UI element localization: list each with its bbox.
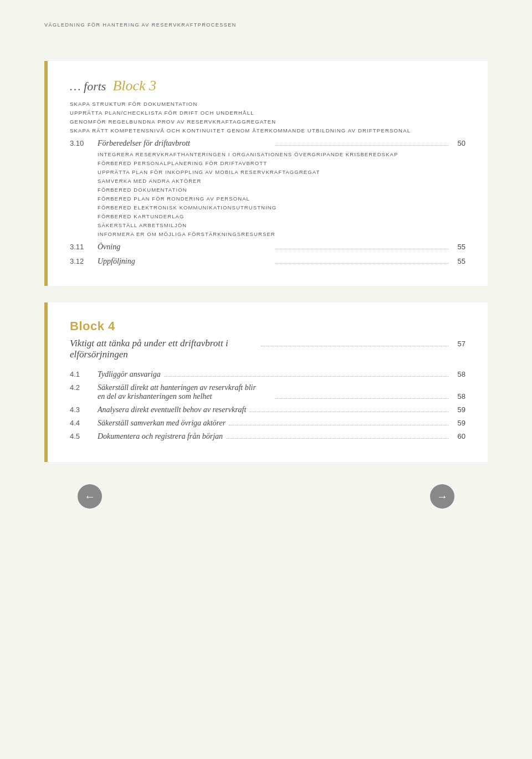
block4-subtitle-dots: [261, 346, 449, 346]
toc-page-311: 55: [452, 243, 466, 251]
toc-entry-45: 4.5 Dokumentera och registrera från börj…: [70, 432, 466, 441]
toc-page-41: 58: [452, 370, 466, 378]
page-header: VÄGLEDNING FÖR HANTERING AV RESERVKRAFTP…: [44, 22, 488, 28]
toc-num-43: 4.3: [70, 406, 98, 414]
toc-num-41: 4.1: [70, 370, 98, 378]
toc-label-41: Tydliggör ansvariga: [98, 370, 161, 379]
block3-subtitle-2: UPPRÄTTA PLAN/CHECKLISTA FÖR DRIFT OCH U…: [70, 110, 466, 116]
toc-page-312: 55: [452, 257, 466, 265]
block3-subtitle-1: SKAPA STRUKTUR FÖR DOKUMENTATION: [70, 101, 466, 107]
toc-label-312: Uppföljning: [98, 257, 272, 266]
sub-item-3: UPPRÄTTA PLAN FÖR INKOPPLING AV MOBILA R…: [98, 169, 466, 175]
sub-item-9: SÄKERSTÄLL ARBETSMILJÖN: [98, 222, 466, 228]
toc-page-43: 59: [452, 406, 466, 414]
toc-num-42: 4.2: [70, 383, 98, 392]
toc-label-45: Dokumentera och registrera från början: [98, 432, 223, 441]
toc-dots-312: [275, 263, 449, 264]
toc-entry-310: 3.10 Förberedelser för driftavbrott 50: [70, 139, 466, 148]
sub-item-2: FÖRBERED PERSONALPLANERING FÖR DRIFTAVBR…: [98, 160, 466, 166]
toc-dots-41: [164, 376, 448, 377]
toc-row1-42: Säkerställ direkt att hanteringen av res…: [98, 383, 466, 392]
toc-num-310: 3.10: [70, 139, 98, 147]
prev-button[interactable]: ←: [78, 484, 102, 509]
toc-dots-43: [249, 412, 448, 412]
sub-item-6: FÖRBERED PLAN FÖR RONDERING AV PERSONAL: [98, 196, 466, 202]
next-button[interactable]: →: [430, 484, 454, 509]
toc-entry-312: 3.12 Uppföljning 55: [70, 257, 466, 266]
sub-item-8: FÖRBERED KARTUNDERLAG: [98, 213, 466, 219]
toc-num-311: 3.11: [70, 243, 98, 251]
block4-subtitle-page: 57: [452, 340, 466, 348]
toc-page-42: 58: [452, 392, 466, 401]
toc-dots-45: [226, 438, 448, 439]
block4-subtitle-row: Viktigt att tänka på under ett driftavbr…: [70, 338, 466, 360]
toc-entry-311: 3.11 Övning 55: [70, 243, 466, 252]
toc-dots-42: [275, 398, 449, 399]
toc-row2-42: en del av krishanteringen som helhet 58: [98, 392, 466, 401]
page: VÄGLEDNING FÖR HANTERING AV RESERVKRAFTP…: [0, 0, 532, 759]
toc-num-312: 3.12: [70, 257, 98, 265]
toc-entry-42: 4.2 Säkerställ direkt att hanteringen av…: [70, 383, 466, 401]
sub-items-310: INTEGRERA RESERVKRAFTHANTERINGEN I ORGAN…: [98, 151, 466, 237]
sub-item-5: FÖRBERED DOKUMENTATION: [98, 187, 466, 193]
block4-subtitle: Viktigt att tänka på under ett driftavbr…: [70, 338, 258, 360]
block3-subtitle-4: SKAPA RÄTT KOMPETENSNIVÅ OCH KONTINUITET…: [70, 127, 466, 134]
block3-title-row: … forts Block 3: [70, 78, 466, 94]
block4-section: Block 4 Viktigt att tänka på under ett d…: [44, 302, 488, 462]
toc-label-310: Förberedelser för driftavbrott: [98, 139, 272, 148]
block3-section: … forts Block 3 SKAPA STRUKTUR FÖR DOKUM…: [44, 61, 488, 286]
toc-page-44: 59: [452, 419, 466, 427]
toc-label-42-line1: Säkerställ direkt att hanteringen av res…: [98, 383, 466, 392]
toc-label-42-line2: en del av krishanteringen som helhet: [98, 392, 272, 401]
nav-buttons: ← →: [44, 473, 488, 520]
sub-item-7: FÖRBERED ELEKTRONISK KOMMUNIKATIONSUTRUS…: [98, 204, 466, 211]
toc-dots-310: [275, 145, 449, 146]
toc-dots-44: [229, 425, 448, 425]
toc-entry-43: 4.3 Analysera direkt eventuellt behov av…: [70, 406, 466, 414]
sub-item-10: INFORMERA ER OM MÖJLIGA FÖRSTÄRKNINGSRES…: [98, 231, 466, 237]
toc-label-43: Analysera direkt eventuellt behov av res…: [98, 406, 246, 414]
toc-page-45: 60: [452, 432, 466, 440]
toc-content-42: Säkerställ direkt att hanteringen av res…: [98, 383, 466, 401]
block4-title: Block 4: [70, 319, 466, 334]
block3-prefix: … forts: [70, 79, 106, 94]
toc-label-311: Övning: [98, 243, 272, 252]
sub-item-4: SAMVERKA MED ANDRA AKTÖRER: [98, 178, 466, 184]
block3-subtitle-3: GENOMFÖR REGELBUNDNA PROV AV RESERVKRAFT…: [70, 119, 466, 125]
toc-label-44: Säkerställ samverkan med övriga aktörer: [98, 419, 226, 428]
toc-num-45: 4.5: [70, 432, 98, 440]
block3-subtitle-items: SKAPA STRUKTUR FÖR DOKUMENTATION UPPRÄTT…: [70, 101, 466, 134]
toc-entry-44: 4.4 Säkerställ samverkan med övriga aktö…: [70, 419, 466, 428]
sub-item-1: INTEGRERA RESERVKRAFTHANTERINGEN I ORGAN…: [98, 151, 466, 157]
block3-title: Block 3: [112, 78, 156, 94]
toc-num-44: 4.4: [70, 419, 98, 427]
toc-dots-311: [275, 249, 449, 249]
toc-entry-41: 4.1 Tydliggör ansvariga 58: [70, 370, 466, 379]
toc-page-310: 50: [452, 139, 466, 147]
